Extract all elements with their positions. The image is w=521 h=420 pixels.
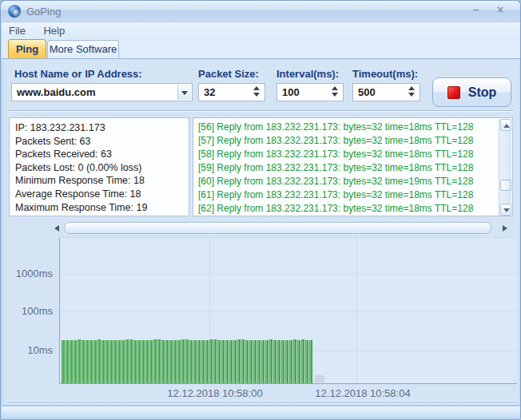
log-line: [62] Reply from 183.232.231.173: bytes=3… <box>198 202 512 216</box>
stat-line: Minimum Response Time: 18 <box>15 174 189 188</box>
ping-log-panel[interactable]: [56] Reply from 183.232.231.173: bytes=3… <box>193 117 513 216</box>
arrow-down-icon <box>503 208 510 212</box>
ping-bar <box>241 339 245 383</box>
timeout-input[interactable]: 500 <box>352 83 420 101</box>
ping-bar <box>301 339 304 383</box>
interval-label: Interval(ms): <box>276 68 339 80</box>
ping-bar <box>229 340 233 383</box>
ping-bar <box>253 340 257 383</box>
ping-bar <box>249 340 253 383</box>
ping-bar <box>74 340 77 383</box>
divider <box>7 402 515 404</box>
title-bar[interactable]: GoPing – × <box>1 1 521 22</box>
tab-strip: Ping More Software <box>2 39 521 59</box>
ping-bar <box>157 339 161 383</box>
scroll-left-button[interactable] <box>52 222 63 235</box>
log-line: [60] Reply from 183.232.231.173: bytes=3… <box>198 175 512 188</box>
stop-button[interactable]: Stop <box>432 77 511 107</box>
stat-line: Maximum Response Time: 19 <box>15 201 189 215</box>
spin-down-icon[interactable] <box>253 93 260 97</box>
ping-bar <box>93 340 97 383</box>
ping-bar <box>173 340 177 383</box>
ping-bar <box>261 340 264 383</box>
ping-bar <box>70 340 73 383</box>
app-window: GoPing – × File Help Ping More Software … <box>0 0 521 420</box>
scroll-up-button[interactable] <box>500 119 511 131</box>
ping-bar <box>209 339 213 383</box>
log-line: [61] Reply from 183.232.231.173: bytes=3… <box>198 188 512 202</box>
ping-bar <box>305 340 308 383</box>
ping-bar <box>245 340 249 383</box>
ytick-100ms: 100ms <box>6 305 53 317</box>
tab-more-software[interactable]: More Software <box>47 40 119 58</box>
log-scrollbar[interactable] <box>499 119 511 216</box>
ping-bar <box>197 340 201 383</box>
ping-chart <box>59 237 517 384</box>
ping-bar <box>285 340 288 383</box>
ping-bar <box>221 340 225 383</box>
ping-bar <box>137 340 141 383</box>
minimize-button[interactable]: – <box>467 3 486 18</box>
ping-bar <box>281 340 284 383</box>
spin-up-icon[interactable] <box>332 86 338 90</box>
ping-bar <box>213 339 217 383</box>
log-line: [57] Reply from 183.232.231.173: bytes=3… <box>198 134 512 148</box>
stop-icon <box>447 86 460 99</box>
ytick-1000ms: 1000ms <box>6 267 53 279</box>
menu-file[interactable]: File <box>2 22 33 39</box>
interval-value: 100 <box>282 86 300 98</box>
stat-line: Packets Received: 63 <box>15 148 189 161</box>
packet-size-input[interactable]: 32 <box>198 83 265 101</box>
timeout-label: Timeout(ms): <box>352 68 418 80</box>
interval-stepper[interactable] <box>332 86 339 97</box>
spin-up-icon[interactable] <box>253 86 260 90</box>
ping-bar <box>86 340 89 383</box>
ping-bar <box>113 340 117 383</box>
chevron-down-icon <box>181 91 188 95</box>
stat-line: Packets Lost: 0 (0.00% loss) <box>15 161 189 175</box>
window-title: GoPing <box>26 6 61 18</box>
scrollbar-thumb[interactable] <box>64 222 491 234</box>
spin-up-icon[interactable] <box>408 86 415 90</box>
stat-line: Average Response Time: 18 <box>15 188 189 201</box>
ping-bar <box>273 340 276 383</box>
host-dropdown-button[interactable] <box>177 85 191 100</box>
ping-bar <box>89 340 93 383</box>
ping-bar <box>233 340 237 383</box>
interval-input[interactable]: 100 <box>276 83 344 101</box>
ping-bar <box>193 340 197 383</box>
menu-bar: File Help <box>2 22 521 39</box>
spin-down-icon[interactable] <box>408 93 415 97</box>
ping-bar <box>161 340 165 383</box>
ping-bar <box>129 339 133 383</box>
ping-bar <box>62 340 65 383</box>
chart-bars <box>60 238 517 383</box>
ping-bar <box>125 339 129 383</box>
ping-bar <box>153 339 157 383</box>
close-button[interactable]: × <box>491 3 510 18</box>
ping-bar <box>265 340 268 383</box>
ping-bar <box>105 340 109 383</box>
ping-bar <box>97 339 101 383</box>
chart-scrollbar[interactable] <box>52 222 510 235</box>
ping-bar <box>78 339 81 383</box>
stop-button-label: Stop <box>468 85 497 100</box>
scroll-right-button[interactable] <box>499 222 510 235</box>
ping-bar <box>181 339 185 383</box>
tab-ping[interactable]: Ping <box>8 39 46 58</box>
ping-bar <box>269 339 272 383</box>
menu-help[interactable]: Help <box>36 22 72 39</box>
ping-bar <box>309 340 312 383</box>
timeout-value: 500 <box>358 86 376 98</box>
timeout-stepper[interactable] <box>408 86 416 97</box>
host-input[interactable]: www.baidu.com <box>11 83 193 101</box>
scroll-down-button[interactable] <box>500 204 511 216</box>
ping-bar <box>177 340 181 383</box>
packet-size-stepper[interactable] <box>253 86 260 97</box>
xtick-1: 12.12.2018 10:58:00 <box>151 387 279 399</box>
ping-bar <box>117 340 121 383</box>
log-line: [59] Reply from 183.232.231.173: bytes=3… <box>198 161 512 175</box>
ping-bar <box>165 340 169 383</box>
scrollbar-thumb[interactable] <box>500 180 511 191</box>
spin-down-icon[interactable] <box>332 93 338 97</box>
